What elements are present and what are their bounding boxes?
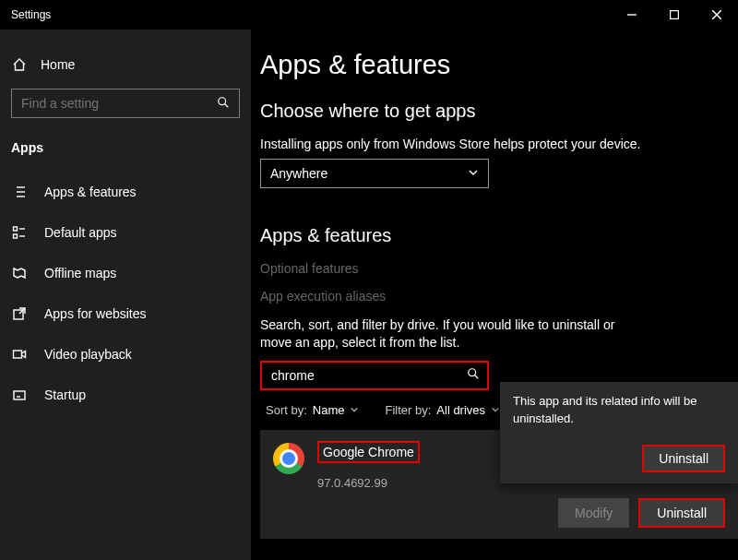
launch-icon xyxy=(11,306,28,321)
svg-line-5 xyxy=(225,103,229,107)
startup-icon xyxy=(11,387,28,402)
svg-rect-19 xyxy=(14,391,25,399)
sidebar-item-apps-for-websites[interactable]: Apps for websites xyxy=(0,293,251,334)
sidebar-item-startup[interactable]: Startup xyxy=(0,375,251,415)
chrome-icon xyxy=(273,443,304,474)
sidebar-item-label: Apps for websites xyxy=(44,306,147,321)
sidebar: Home Apps Apps & features Default apps O… xyxy=(0,30,251,560)
page-title: Apps & features xyxy=(260,50,738,80)
modify-button: Modify xyxy=(558,498,629,528)
app-source-value: Anywhere xyxy=(270,166,327,181)
content-area: Apps & features Choose where to get apps… xyxy=(251,30,738,560)
app-list: Google Chrome 97.0.4692.99 This app and … xyxy=(260,430,738,539)
app-name: Google Chrome xyxy=(317,441,420,463)
chevron-down-icon xyxy=(350,403,359,417)
window-title: Settings xyxy=(11,8,51,21)
map-icon xyxy=(11,266,28,280)
sort-by-control[interactable]: Sort by: Name xyxy=(266,403,359,417)
svg-point-4 xyxy=(219,97,226,104)
video-icon xyxy=(11,347,28,362)
svg-rect-18 xyxy=(14,351,22,358)
svg-line-22 xyxy=(475,375,479,379)
close-button[interactable] xyxy=(696,0,738,30)
svg-line-17 xyxy=(19,308,25,314)
sidebar-item-offline-maps[interactable]: Offline maps xyxy=(0,253,251,293)
uninstall-confirm-popup: This app and its related info will be un… xyxy=(500,382,738,483)
maximize-button[interactable] xyxy=(653,0,696,30)
minimize-button[interactable] xyxy=(611,0,653,30)
sidebar-item-label: Apps & features xyxy=(44,185,137,199)
choose-apps-desc: Installing apps only from Windows Store … xyxy=(260,137,738,151)
svg-rect-12 xyxy=(14,227,18,231)
popup-message: This app and its related info will be un… xyxy=(513,393,725,428)
app-search-input[interactable] xyxy=(271,368,467,383)
window-titlebar: Settings xyxy=(0,0,738,30)
sidebar-item-default-apps[interactable]: Default apps xyxy=(0,212,251,253)
home-nav[interactable]: Home xyxy=(0,50,251,89)
sort-label: Sort by: xyxy=(266,403,307,417)
app-version: 97.0.4692.99 xyxy=(317,476,420,490)
search-icon xyxy=(217,96,232,112)
sidebar-section-title: Apps xyxy=(0,140,251,172)
home-label: Home xyxy=(41,57,75,72)
defaults-icon xyxy=(11,225,28,240)
find-setting-search[interactable] xyxy=(11,89,240,118)
sidebar-item-label: Default apps xyxy=(44,225,117,240)
sidebar-item-label: Offline maps xyxy=(44,266,116,280)
filter-value: All drives xyxy=(436,403,485,417)
sidebar-item-apps-features[interactable]: Apps & features xyxy=(0,172,251,212)
filter-label: Filter by: xyxy=(385,403,431,417)
svg-rect-14 xyxy=(14,234,18,238)
home-icon xyxy=(11,57,28,72)
filter-by-control[interactable]: Filter by: All drives xyxy=(385,403,500,417)
uninstall-button[interactable]: Uninstall xyxy=(638,498,725,528)
choose-apps-heading: Choose where to get apps xyxy=(260,101,738,122)
optional-features-link[interactable]: Optional features xyxy=(260,261,738,276)
sidebar-item-label: Video playback xyxy=(44,347,132,362)
app-search-box[interactable] xyxy=(260,361,489,390)
app-source-dropdown[interactable]: Anywhere xyxy=(260,159,489,188)
search-helper-text: Search, sort, and filter by drive. If yo… xyxy=(260,316,638,351)
chevron-down-icon xyxy=(491,403,500,417)
apps-features-subheading: Apps & features xyxy=(260,225,738,246)
chevron-down-icon xyxy=(468,166,479,181)
search-icon xyxy=(467,367,480,383)
sort-value: Name xyxy=(313,403,345,417)
list-icon xyxy=(11,185,28,199)
sidebar-item-label: Startup xyxy=(44,387,86,402)
svg-point-21 xyxy=(469,369,476,376)
sidebar-item-video-playback[interactable]: Video playback xyxy=(0,334,251,375)
svg-rect-1 xyxy=(671,11,679,19)
popup-uninstall-button[interactable]: Uninstall xyxy=(642,445,725,472)
execution-aliases-link[interactable]: App execution aliases xyxy=(260,289,738,304)
find-setting-input[interactable] xyxy=(21,96,217,111)
